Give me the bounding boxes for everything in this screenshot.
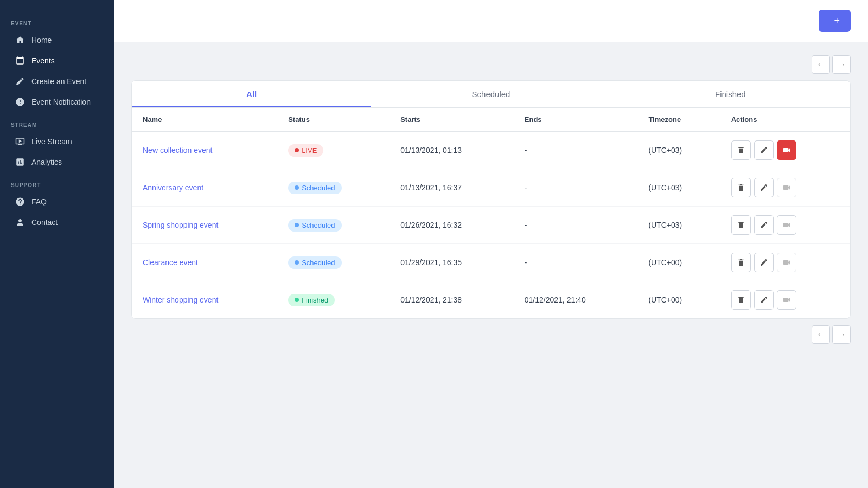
next-page-button-top[interactable]: → xyxy=(832,55,851,74)
ends-3: - xyxy=(514,244,638,281)
sidebar-item-events[interactable]: Events xyxy=(4,51,110,70)
event-name-link-3[interactable]: Clearance event xyxy=(143,258,198,267)
status-dot-1 xyxy=(295,185,299,190)
status-text-3: Scheduled xyxy=(302,259,335,267)
edit-button-0[interactable] xyxy=(754,140,774,160)
event-name-link-2[interactable]: Spring shopping event xyxy=(143,221,218,229)
action-buttons-4 xyxy=(731,290,839,310)
camera-button-3 xyxy=(777,253,796,272)
timezone-2: (UTC+03) xyxy=(637,207,720,244)
table-row: New collection eventLIVE01/13/2021, 01:1… xyxy=(132,132,850,169)
timezone-0: (UTC+03) xyxy=(637,132,720,169)
sidebar-item-faq[interactable]: FAQ xyxy=(4,192,110,211)
notification-icon xyxy=(15,97,25,107)
tab-all[interactable]: All xyxy=(132,81,371,107)
sidebar-item-home[interactable]: Home xyxy=(4,30,110,50)
plus-icon: + xyxy=(834,15,840,27)
camera-button-2 xyxy=(777,215,796,235)
starts-4: 01/12/2021, 21:38 xyxy=(390,281,514,319)
events-table-card: AllScheduledFinished NameStatusStartsEnd… xyxy=(131,80,851,319)
starts-1: 01/13/2021, 16:37 xyxy=(390,169,514,207)
action-buttons-1 xyxy=(731,178,839,197)
status-dot-2 xyxy=(295,223,299,227)
sidebar-item-label-event-notification: Event Notification xyxy=(31,98,91,106)
starts-2: 01/26/2021, 16:32 xyxy=(390,207,514,244)
timezone-3: (UTC+00) xyxy=(637,244,720,281)
pagination-bottom: ← → xyxy=(131,325,851,344)
action-buttons-3 xyxy=(731,253,839,272)
edit-button-4[interactable] xyxy=(754,290,774,310)
col-timezone: Timezone xyxy=(637,108,720,132)
action-buttons-2 xyxy=(731,215,839,235)
header: + xyxy=(114,0,868,42)
sidebar-section-support: SUPPORT xyxy=(0,172,114,191)
content-area: ← → AllScheduledFinished NameStatusStart… xyxy=(114,42,868,488)
table-row: Spring shopping eventScheduled01/26/2021… xyxy=(132,207,850,244)
status-badge-4: Finished xyxy=(288,294,335,306)
delete-button-0[interactable] xyxy=(731,140,751,160)
sidebar-item-analytics[interactable]: Analytics xyxy=(4,152,110,172)
sidebar-item-label-home: Home xyxy=(31,36,52,44)
status-text-1: Scheduled xyxy=(302,184,335,192)
edit-button-3[interactable] xyxy=(754,253,774,272)
events-icon xyxy=(15,56,25,66)
col-status: Status xyxy=(277,108,390,132)
sidebar-section-event: EVENT xyxy=(0,11,114,30)
table-row: Winter shopping eventFinished01/12/2021,… xyxy=(132,281,850,319)
event-name-link-4[interactable]: Winter shopping event xyxy=(143,296,218,304)
camera-button-4 xyxy=(777,290,796,310)
event-name-link-0[interactable]: New collection event xyxy=(143,146,212,155)
camera-button-0[interactable] xyxy=(777,140,796,160)
tab-finished[interactable]: Finished xyxy=(611,81,850,107)
delete-button-2[interactable] xyxy=(731,215,751,235)
status-badge-2: Scheduled xyxy=(288,219,341,232)
sidebar-item-event-notification[interactable]: Event Notification xyxy=(4,92,110,112)
delete-button-4[interactable] xyxy=(731,290,751,310)
status-dot-0 xyxy=(295,148,299,152)
status-dot-3 xyxy=(295,260,299,265)
timezone-1: (UTC+03) xyxy=(637,169,720,207)
sidebar-item-label-events: Events xyxy=(31,56,55,65)
sidebar-item-contact[interactable]: Contact xyxy=(4,213,110,232)
status-dot-4 xyxy=(295,298,299,302)
sidebar-item-label-faq: FAQ xyxy=(31,197,47,206)
status-text-4: Finished xyxy=(302,296,328,304)
edit-button-2[interactable] xyxy=(754,215,774,235)
sidebar-item-label-create-event: Create an Event xyxy=(31,77,86,86)
delete-button-1[interactable] xyxy=(731,178,751,197)
tab-scheduled[interactable]: Scheduled xyxy=(371,81,610,107)
prev-page-button-bottom[interactable]: ← xyxy=(812,325,830,344)
col-ends: Ends xyxy=(514,108,638,132)
pagination-top: ← → xyxy=(131,55,851,74)
faq-icon xyxy=(15,197,25,207)
status-text-2: Scheduled xyxy=(302,221,335,229)
sidebar-item-label-live-stream: Live Stream xyxy=(31,137,72,146)
timezone-4: (UTC+00) xyxy=(637,281,720,319)
main-content: + ← → AllScheduledFinished NameStatusSta… xyxy=(114,0,868,488)
home-icon xyxy=(15,35,25,45)
ends-0: - xyxy=(514,132,638,169)
contact-icon xyxy=(15,217,25,227)
stream-icon xyxy=(15,137,25,146)
events-table: NameStatusStartsEndsTimezoneActions New … xyxy=(132,108,850,318)
sidebar-item-create-event[interactable]: Create an Event xyxy=(4,72,110,91)
next-page-button-bottom[interactable]: → xyxy=(832,325,851,344)
sidebar-item-live-stream[interactable]: Live Stream xyxy=(4,132,110,151)
status-badge-1: Scheduled xyxy=(288,182,341,194)
table-row: Anniversary eventScheduled01/13/2021, 16… xyxy=(132,169,850,207)
status-badge-3: Scheduled xyxy=(288,256,341,269)
ends-1: - xyxy=(514,169,638,207)
starts-0: 01/13/2021, 01:13 xyxy=(390,132,514,169)
edit-button-1[interactable] xyxy=(754,178,774,197)
ends-4: 01/12/2021, 21:40 xyxy=(514,281,638,319)
create-event-button[interactable]: + xyxy=(819,10,851,32)
sidebar: EVENTHomeEventsCreate an EventEvent Noti… xyxy=(0,0,114,488)
delete-button-3[interactable] xyxy=(731,253,751,272)
table-row: Clearance eventScheduled01/29/2021, 16:3… xyxy=(132,244,850,281)
col-name: Name xyxy=(132,108,277,132)
event-name-link-1[interactable]: Anniversary event xyxy=(143,183,203,192)
col-starts: Starts xyxy=(390,108,514,132)
action-buttons-0 xyxy=(731,140,839,160)
prev-page-button-top[interactable]: ← xyxy=(812,55,830,74)
sidebar-section-stream: STREAM xyxy=(0,112,114,131)
